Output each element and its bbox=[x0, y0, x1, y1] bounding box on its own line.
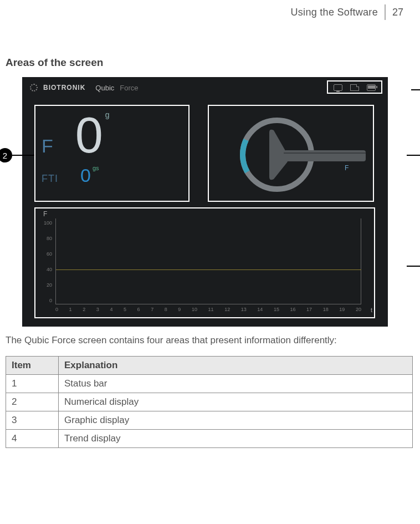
product-name-a: Qubic bbox=[95, 84, 114, 92]
x-tick: 2 bbox=[83, 307, 85, 312]
cell-item: 4 bbox=[6, 429, 59, 447]
x-tick: 4 bbox=[110, 307, 112, 312]
svg-rect-3 bbox=[284, 152, 366, 154]
page-number: 27 bbox=[392, 7, 403, 18]
intro-paragraph: The Qubic Force screen contains four are… bbox=[6, 334, 414, 347]
section-heading: Areas of the screen bbox=[6, 57, 420, 69]
status-bar-icons bbox=[329, 83, 380, 92]
header-divider bbox=[385, 4, 386, 20]
y-tick: 0 bbox=[41, 298, 52, 303]
cell-item: 2 bbox=[6, 393, 59, 411]
x-tick: 10 bbox=[192, 307, 197, 312]
numerical-display: F 0g FTI 0gs bbox=[42, 110, 110, 186]
x-tick: 9 bbox=[178, 307, 181, 312]
table-row: 4 Trend display bbox=[6, 429, 413, 447]
cell-explanation: Status bar bbox=[59, 374, 413, 393]
x-tick: 13 bbox=[241, 307, 247, 312]
callout-2-leader bbox=[12, 155, 34, 156]
y-tick: 80 bbox=[41, 236, 52, 241]
cell-item: 1 bbox=[6, 374, 59, 393]
x-tick: 3 bbox=[96, 307, 99, 312]
x-tick: 15 bbox=[274, 307, 279, 312]
header-item: Item bbox=[6, 356, 59, 374]
x-tick: 8 bbox=[165, 307, 167, 312]
trend-y-label: F bbox=[43, 210, 47, 218]
table-row: 2 Numerical display bbox=[6, 393, 413, 411]
explanation-table: Item Explanation 1 Status bar 2 Numerica… bbox=[6, 356, 413, 448]
trend-data-line bbox=[56, 269, 361, 270]
x-tick: 5 bbox=[124, 307, 126, 312]
callout-1-leader bbox=[411, 89, 420, 90]
fti-unit: gs bbox=[93, 165, 99, 171]
x-tick: 16 bbox=[290, 307, 296, 312]
x-tick: 11 bbox=[208, 307, 214, 312]
trend-right-axis bbox=[361, 218, 361, 304]
x-tick: 19 bbox=[339, 307, 345, 312]
table-header-row: Item Explanation bbox=[6, 356, 413, 374]
y-tick: 20 bbox=[41, 282, 52, 288]
annotated-figure: 1 2 3 4 BIOTRONIK Qubic Force F 0g bbox=[12, 77, 420, 327]
x-tick: 18 bbox=[323, 307, 329, 312]
page-header: Using the Software 27 bbox=[0, 0, 420, 23]
trend-x-axis: 0 1 2 3 4 5 6 7 8 9 10 11 12 13 14 15 16… bbox=[55, 307, 361, 312]
trend-display: F 100 80 60 40 20 0 0 1 2 3 4 5 6 7 bbox=[39, 210, 371, 316]
software-screenshot: BIOTRONIK Qubic Force F 0g FTI bbox=[22, 77, 388, 327]
product-name-b: Force bbox=[120, 84, 138, 92]
trend-y-axis: 100 80 60 40 20 0 bbox=[41, 220, 52, 303]
x-tick: 17 bbox=[306, 307, 312, 312]
force-label: F bbox=[42, 135, 53, 157]
trend-x-label: t bbox=[371, 307, 372, 313]
y-tick: 60 bbox=[41, 251, 52, 257]
table-row: 3 Graphic display bbox=[6, 411, 413, 429]
file-icon bbox=[350, 84, 359, 91]
cell-item: 3 bbox=[6, 411, 59, 429]
cell-explanation: Graphic display bbox=[59, 411, 413, 429]
x-tick: 7 bbox=[151, 307, 153, 312]
x-tick: 6 bbox=[137, 307, 140, 312]
x-tick: 14 bbox=[257, 307, 263, 312]
brand-name: BIOTRONIK bbox=[43, 84, 85, 91]
fti-label: FTI bbox=[42, 173, 58, 185]
brand-logo-icon bbox=[30, 84, 38, 91]
screenshot-header: BIOTRONIK Qubic Force bbox=[22, 77, 388, 98]
callout-4-leader bbox=[407, 266, 420, 267]
table-row: 1 Status bar bbox=[6, 374, 413, 393]
y-tick: 100 bbox=[41, 220, 52, 226]
header-explanation: Explanation bbox=[59, 356, 413, 374]
force-unit: g bbox=[105, 110, 110, 119]
callout-2: 2 bbox=[0, 148, 12, 162]
cell-explanation: Numerical display bbox=[59, 393, 413, 411]
callout-3-leader bbox=[407, 155, 420, 156]
force-value: 0 bbox=[75, 108, 103, 163]
trend-plot-area bbox=[55, 218, 361, 304]
fti-value: 0 bbox=[80, 165, 91, 186]
svg-rect-2 bbox=[284, 150, 366, 161]
x-tick: 1 bbox=[69, 307, 72, 312]
x-tick: 12 bbox=[224, 307, 230, 312]
chapter-title: Using the Software bbox=[290, 7, 377, 18]
display-icon bbox=[334, 84, 342, 91]
force-gauge-icon: F bbox=[216, 110, 366, 199]
probe-label: F bbox=[345, 164, 349, 172]
x-tick: 0 bbox=[55, 307, 58, 312]
graphic-display: F bbox=[216, 110, 366, 199]
cell-explanation: Trend display bbox=[59, 429, 413, 447]
x-tick: 20 bbox=[356, 307, 361, 312]
battery-icon bbox=[367, 84, 376, 91]
y-tick: 40 bbox=[41, 267, 52, 272]
